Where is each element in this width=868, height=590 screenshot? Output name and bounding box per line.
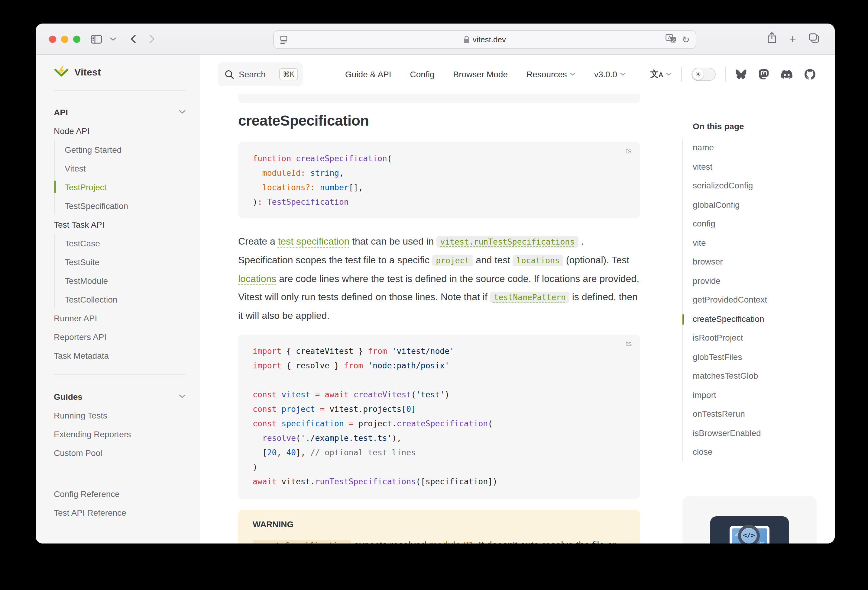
nav-link-browser-mode[interactable]: Browser Mode — [453, 69, 508, 79]
doc-sidebar: Vitest APINode APIGetting StartedVitestT… — [35, 55, 200, 543]
code-line: function createSpecification( — [252, 152, 626, 166]
search-input[interactable]: Search ⌘K — [218, 62, 303, 86]
nav-links: Guide & APIConfigBrowser ModeResourcesv3… — [345, 69, 626, 79]
outline-item-browser[interactable]: browser — [693, 252, 816, 271]
sidebar-item-getting-started[interactable]: Getting Started — [65, 140, 186, 159]
sidebar-item-runner-api[interactable]: Runner API — [54, 309, 186, 327]
sponsor-ad[interactable]: </> — [682, 496, 816, 543]
close-window-button[interactable] — [49, 35, 56, 43]
sidebar-section-title-api[interactable]: API — [54, 103, 186, 121]
text: (optional). Test — [563, 255, 629, 265]
inline-link[interactable]: locations — [238, 274, 276, 284]
inline-code-link[interactable]: testNamePattern — [490, 292, 570, 303]
minimize-window-button[interactable] — [61, 35, 68, 43]
back-button[interactable] — [131, 34, 136, 44]
nav-link-config[interactable]: Config — [410, 69, 435, 79]
page: Vitest APINode APIGetting StartedVitestT… — [35, 55, 835, 543]
sidebar-item-testspecification[interactable]: TestSpecification — [65, 196, 186, 215]
sidebar-item-node-api[interactable]: Node API — [54, 121, 186, 140]
inline-code-link[interactable]: vitest.runTestSpecifications — [436, 236, 578, 247]
sidebar-section-title-guides[interactable]: Guides — [54, 387, 186, 406]
sidebar-item-task-metadata[interactable]: Task Metadata — [54, 346, 186, 365]
outline-item-vitest[interactable]: vitest — [693, 157, 816, 177]
outline-item-globalconfig[interactable]: globalConfig — [693, 195, 816, 214]
sidebar-item-running-tests[interactable]: Running Tests — [54, 406, 186, 425]
sidebar-divider — [54, 90, 186, 91]
mastodon-link[interactable] — [759, 69, 769, 80]
outline-item-vite[interactable]: vite — [693, 233, 816, 252]
magnifier-code-icon: </> — [738, 524, 760, 543]
forward-button[interactable] — [149, 34, 155, 44]
sidebar-item-group: TestCaseTestSuiteTestModuleTestCollectio… — [55, 234, 186, 309]
sidebar-item-testcase[interactable]: TestCase — [65, 234, 186, 252]
code-line: resolve('./example.test.ts'), — [252, 431, 626, 446]
address-bar[interactable]: vitest.dev A文 ↻ — [273, 30, 696, 49]
sidebar-item-testsuite[interactable]: TestSuite — [65, 252, 186, 271]
code-block-signature[interactable]: ts function createSpecification( moduleI… — [238, 142, 640, 218]
sidebar-item-testproject[interactable]: TestProject — [65, 178, 186, 196]
nav-link-guide-api[interactable]: Guide & API — [345, 69, 391, 79]
tab-overview-button[interactable] — [809, 33, 819, 45]
desktop: vitest.dev A文 ↻ + — [0, 0, 868, 590]
outline-item-name[interactable]: name — [693, 138, 816, 157]
code-language-badge: ts — [626, 339, 632, 348]
sidebar-item-testcollection[interactable]: TestCollection — [65, 290, 186, 309]
github-link[interactable] — [805, 69, 815, 80]
reader-button[interactable] — [280, 35, 288, 44]
discord-link[interactable] — [781, 70, 793, 79]
sidebar-item-testmodule[interactable]: TestModule — [65, 271, 186, 290]
nav-link-resources[interactable]: Resources — [527, 69, 576, 79]
code-block-example[interactable]: ts import { createVitest } from 'vitest/… — [238, 334, 640, 499]
outline-item-isrootproject[interactable]: isRootProject — [693, 328, 816, 347]
tab-overview-icon — [809, 33, 819, 43]
outline-item-serializedconfig[interactable]: serializedConfig — [693, 177, 816, 195]
url-text: vitest.dev — [473, 35, 506, 44]
code-text: import { createVitest } from 'vitest/nod… — [252, 344, 626, 489]
page-lines-icon — [280, 35, 288, 44]
code-line: await vitest.runTestSpecifications([spec… — [252, 475, 626, 489]
sidebar-toggle-button[interactable] — [91, 34, 102, 44]
chevron-down-icon — [110, 37, 116, 41]
code-line: const project = vitest.projects[0] — [252, 402, 626, 417]
reload-button[interactable]: ↻ — [682, 35, 690, 44]
outline-item-ontestsrerun[interactable]: onTestsRerun — [693, 405, 816, 424]
sun-icon: ☀ — [693, 69, 704, 80]
nav-link-label: Browser Mode — [453, 69, 508, 79]
outline-title: On this page — [682, 121, 816, 131]
sidebar-menu-chevron[interactable] — [110, 37, 116, 41]
sidebar-item-test-task-api[interactable]: Test Task API — [54, 215, 186, 234]
sidebar-item-test-api-reference[interactable]: Test API Reference — [54, 503, 186, 522]
outline-item-import[interactable]: import — [693, 385, 816, 405]
share-button[interactable] — [767, 32, 777, 46]
translate-bubbles-icon: A文 — [666, 34, 677, 43]
site-logo[interactable]: Vitest — [54, 55, 186, 90]
translate-button[interactable]: A文 — [666, 34, 677, 45]
share-up-arrow-icon — [767, 32, 777, 44]
outline-item-globtestfiles[interactable]: globTestFiles — [693, 347, 816, 366]
inline-link[interactable]: test specification — [278, 236, 350, 246]
theme-toggle[interactable]: ☀ — [691, 68, 716, 81]
inline-link[interactable]: module ID — [429, 540, 473, 543]
outline-item-matchestestglob[interactable]: matchesTestGlob — [693, 366, 816, 385]
discord-icon — [781, 70, 793, 79]
outline-item-createspecification[interactable]: createSpecification — [693, 309, 816, 328]
sidebar-item-config-reference[interactable]: Config Reference — [54, 484, 186, 503]
outline-item-isbrowserenabled[interactable]: isBrowserEnabled — [693, 424, 816, 443]
new-tab-button[interactable]: + — [790, 33, 796, 45]
outline-item-provide[interactable]: provide — [693, 271, 816, 290]
outline-item-config[interactable]: config — [693, 214, 816, 233]
language-switcher[interactable]: 文A — [650, 69, 672, 80]
sidebar-item-custom-pool[interactable]: Custom Pool — [54, 443, 186, 462]
sidebar-item-extending-reporters[interactable]: Extending Reporters — [54, 425, 186, 443]
outline-item-close[interactable]: close — [693, 443, 816, 462]
outline-item-getprovidedcontext[interactable]: getProvidedContext — [693, 290, 816, 309]
bluesky-link[interactable] — [736, 69, 747, 79]
sidebar-item-vitest[interactable]: Vitest — [65, 159, 186, 178]
nav-link-v3-0-0[interactable]: v3.0.0 — [594, 69, 626, 79]
code-line: moduleId: string, — [252, 166, 626, 181]
text: Create a — [238, 236, 278, 246]
sidebar-section-label: Guides — [54, 391, 83, 401]
sidebar-item-reporters-api[interactable]: Reporters API — [54, 327, 186, 346]
zoom-window-button[interactable] — [73, 35, 80, 43]
chevron-down-icon — [620, 72, 626, 76]
